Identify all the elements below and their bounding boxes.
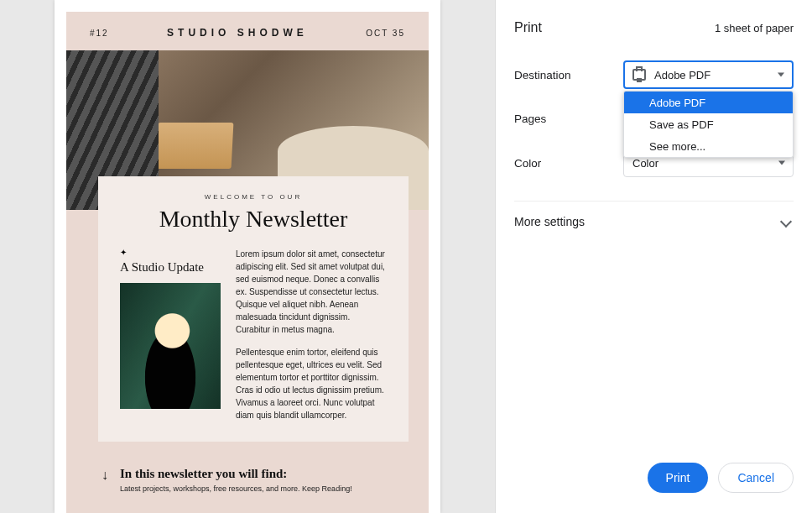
sparkle-icon: ✦ xyxy=(120,248,221,257)
destination-select[interactable]: Adobe PDF xyxy=(623,60,794,89)
newsletter-body: #12 STUDIO SHODWE OCT 35 WELCOME TO OUR … xyxy=(66,12,429,513)
article-card: WELCOME TO OUR Monthly Newsletter ✦ A St… xyxy=(98,176,409,442)
print-preview-pane: #12 STUDIO SHODWE OCT 35 WELCOME TO OUR … xyxy=(0,0,495,513)
print-panel: Print 1 sheet of paper Destination Adobe… xyxy=(495,0,812,513)
print-button[interactable]: Print xyxy=(648,463,709,493)
destination-select-value: Adobe PDF xyxy=(654,69,710,81)
caret-down-icon xyxy=(778,73,784,77)
button-bar: Print Cancel xyxy=(496,449,812,513)
arrow-down-icon: ↓ xyxy=(102,467,108,482)
masthead: #12 STUDIO SHODWE OCT 35 xyxy=(66,12,429,50)
footer-sub: Latest projects, workshops, free resourc… xyxy=(120,484,352,493)
destination-option-adobe-pdf[interactable]: Adobe PDF xyxy=(624,92,793,113)
panel-header: Print 1 sheet of paper xyxy=(514,20,794,35)
body-paragraph-1: Lorem ipsum dolor sit amet, consectetur … xyxy=(236,248,387,336)
printer-icon xyxy=(632,69,646,81)
issue-date: OCT 35 xyxy=(366,29,405,38)
body-paragraph-2: Pellentesque enim tortor, eleifend quis … xyxy=(236,346,387,421)
caret-down-icon xyxy=(778,161,785,165)
headline-text: Monthly Newsletter xyxy=(120,206,387,233)
color-label: Color xyxy=(514,157,623,170)
color-select-value: Color xyxy=(632,157,658,170)
cancel-button[interactable]: Cancel xyxy=(718,463,794,493)
more-settings-toggle[interactable]: More settings xyxy=(514,201,794,242)
more-settings-label: More settings xyxy=(514,215,585,228)
pages-label: Pages xyxy=(514,113,623,125)
brand-name: STUDIO SHODWE xyxy=(167,27,308,39)
portrait-image xyxy=(120,283,221,409)
destination-row: Destination Adobe PDF Adobe PDF Save as … xyxy=(514,60,794,89)
sheet-count: 1 sheet of paper xyxy=(715,22,794,34)
issue-number: #12 xyxy=(90,29,109,38)
subheadline: A Studio Update xyxy=(120,260,221,275)
destination-dropdown: Adobe PDF Save as PDF See more... xyxy=(623,91,794,158)
body-copy: Lorem ipsum dolor sit amet, consectetur … xyxy=(236,248,387,421)
footer-strip: ↓ In this newsletter you will find: Late… xyxy=(98,457,409,496)
chevron-down-icon xyxy=(780,216,792,228)
footer-heading: In this newsletter you will find: xyxy=(120,467,352,481)
destination-option-see-more[interactable]: See more... xyxy=(624,135,793,157)
preview-page: #12 STUDIO SHODWE OCT 35 WELCOME TO OUR … xyxy=(55,0,440,513)
destination-option-save-as-pdf[interactable]: Save as PDF xyxy=(624,113,793,135)
kicker-text: WELCOME TO OUR xyxy=(120,193,387,201)
panel-title: Print xyxy=(514,20,542,35)
destination-label: Destination xyxy=(514,69,623,81)
